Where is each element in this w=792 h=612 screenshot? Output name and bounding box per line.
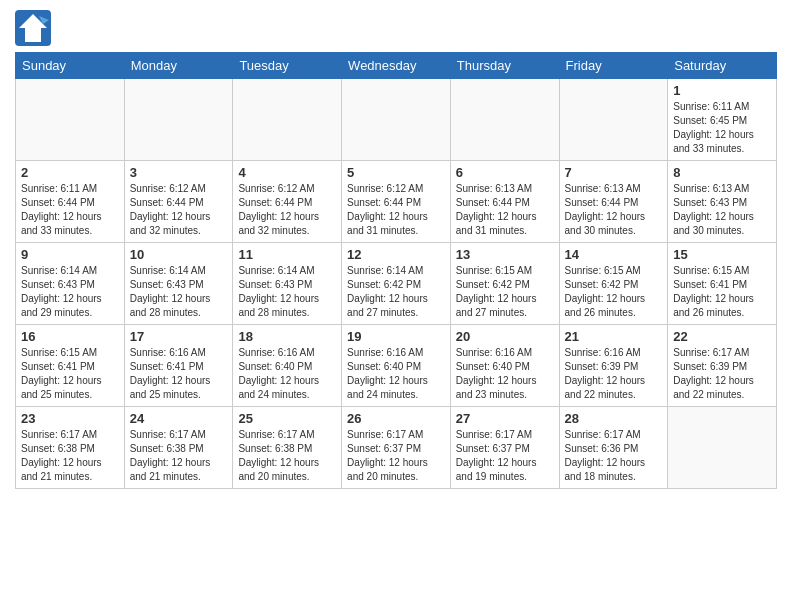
day-number: 1 <box>673 83 771 98</box>
day-number: 7 <box>565 165 663 180</box>
day-number: 2 <box>21 165 119 180</box>
calendar-cell: 16Sunrise: 6:15 AM Sunset: 6:41 PM Dayli… <box>16 325 125 407</box>
calendar-cell <box>233 79 342 161</box>
day-number: 9 <box>21 247 119 262</box>
calendar-cell: 26Sunrise: 6:17 AM Sunset: 6:37 PM Dayli… <box>342 407 451 489</box>
day-info: Sunrise: 6:16 AM Sunset: 6:39 PM Dayligh… <box>565 346 663 402</box>
weekday-header-saturday: Saturday <box>668 53 777 79</box>
day-info: Sunrise: 6:15 AM Sunset: 6:42 PM Dayligh… <box>456 264 554 320</box>
day-number: 3 <box>130 165 228 180</box>
day-info: Sunrise: 6:13 AM Sunset: 6:44 PM Dayligh… <box>456 182 554 238</box>
day-info: Sunrise: 6:17 AM Sunset: 6:36 PM Dayligh… <box>565 428 663 484</box>
day-info: Sunrise: 6:12 AM Sunset: 6:44 PM Dayligh… <box>238 182 336 238</box>
calendar-cell: 12Sunrise: 6:14 AM Sunset: 6:42 PM Dayli… <box>342 243 451 325</box>
calendar-cell: 19Sunrise: 6:16 AM Sunset: 6:40 PM Dayli… <box>342 325 451 407</box>
day-number: 11 <box>238 247 336 262</box>
day-info: Sunrise: 6:12 AM Sunset: 6:44 PM Dayligh… <box>130 182 228 238</box>
calendar-cell: 17Sunrise: 6:16 AM Sunset: 6:41 PM Dayli… <box>124 325 233 407</box>
day-info: Sunrise: 6:15 AM Sunset: 6:42 PM Dayligh… <box>565 264 663 320</box>
day-info: Sunrise: 6:15 AM Sunset: 6:41 PM Dayligh… <box>673 264 771 320</box>
calendar-cell: 6Sunrise: 6:13 AM Sunset: 6:44 PM Daylig… <box>450 161 559 243</box>
day-number: 12 <box>347 247 445 262</box>
day-number: 4 <box>238 165 336 180</box>
calendar-cell: 2Sunrise: 6:11 AM Sunset: 6:44 PM Daylig… <box>16 161 125 243</box>
day-info: Sunrise: 6:14 AM Sunset: 6:43 PM Dayligh… <box>238 264 336 320</box>
calendar-table: SundayMondayTuesdayWednesdayThursdayFrid… <box>15 52 777 489</box>
calendar-cell <box>124 79 233 161</box>
day-info: Sunrise: 6:17 AM Sunset: 6:37 PM Dayligh… <box>456 428 554 484</box>
calendar-cell: 5Sunrise: 6:12 AM Sunset: 6:44 PM Daylig… <box>342 161 451 243</box>
calendar-week-2: 2Sunrise: 6:11 AM Sunset: 6:44 PM Daylig… <box>16 161 777 243</box>
day-info: Sunrise: 6:11 AM Sunset: 6:45 PM Dayligh… <box>673 100 771 156</box>
calendar-week-3: 9Sunrise: 6:14 AM Sunset: 6:43 PM Daylig… <box>16 243 777 325</box>
calendar-cell: 3Sunrise: 6:12 AM Sunset: 6:44 PM Daylig… <box>124 161 233 243</box>
calendar-cell <box>342 79 451 161</box>
logo <box>15 10 54 46</box>
calendar-cell: 28Sunrise: 6:17 AM Sunset: 6:36 PM Dayli… <box>559 407 668 489</box>
day-number: 14 <box>565 247 663 262</box>
calendar-week-5: 23Sunrise: 6:17 AM Sunset: 6:38 PM Dayli… <box>16 407 777 489</box>
day-info: Sunrise: 6:14 AM Sunset: 6:43 PM Dayligh… <box>130 264 228 320</box>
day-info: Sunrise: 6:11 AM Sunset: 6:44 PM Dayligh… <box>21 182 119 238</box>
calendar-week-1: 1Sunrise: 6:11 AM Sunset: 6:45 PM Daylig… <box>16 79 777 161</box>
day-number: 17 <box>130 329 228 344</box>
calendar-cell <box>559 79 668 161</box>
day-info: Sunrise: 6:17 AM Sunset: 6:39 PM Dayligh… <box>673 346 771 402</box>
day-number: 22 <box>673 329 771 344</box>
day-number: 25 <box>238 411 336 426</box>
weekday-header-thursday: Thursday <box>450 53 559 79</box>
logo-icon <box>15 10 51 46</box>
day-number: 21 <box>565 329 663 344</box>
header <box>15 10 777 46</box>
day-number: 23 <box>21 411 119 426</box>
calendar-week-4: 16Sunrise: 6:15 AM Sunset: 6:41 PM Dayli… <box>16 325 777 407</box>
calendar-cell: 13Sunrise: 6:15 AM Sunset: 6:42 PM Dayli… <box>450 243 559 325</box>
day-number: 16 <box>21 329 119 344</box>
calendar-cell: 21Sunrise: 6:16 AM Sunset: 6:39 PM Dayli… <box>559 325 668 407</box>
day-number: 19 <box>347 329 445 344</box>
day-info: Sunrise: 6:14 AM Sunset: 6:42 PM Dayligh… <box>347 264 445 320</box>
day-info: Sunrise: 6:16 AM Sunset: 6:40 PM Dayligh… <box>456 346 554 402</box>
day-number: 6 <box>456 165 554 180</box>
calendar-cell <box>16 79 125 161</box>
weekday-header-sunday: Sunday <box>16 53 125 79</box>
calendar-cell: 23Sunrise: 6:17 AM Sunset: 6:38 PM Dayli… <box>16 407 125 489</box>
calendar-cell: 8Sunrise: 6:13 AM Sunset: 6:43 PM Daylig… <box>668 161 777 243</box>
day-info: Sunrise: 6:12 AM Sunset: 6:44 PM Dayligh… <box>347 182 445 238</box>
weekday-header-tuesday: Tuesday <box>233 53 342 79</box>
calendar-cell: 27Sunrise: 6:17 AM Sunset: 6:37 PM Dayli… <box>450 407 559 489</box>
day-number: 10 <box>130 247 228 262</box>
day-number: 24 <box>130 411 228 426</box>
calendar-cell <box>668 407 777 489</box>
calendar-cell: 4Sunrise: 6:12 AM Sunset: 6:44 PM Daylig… <box>233 161 342 243</box>
day-info: Sunrise: 6:13 AM Sunset: 6:43 PM Dayligh… <box>673 182 771 238</box>
calendar-cell: 10Sunrise: 6:14 AM Sunset: 6:43 PM Dayli… <box>124 243 233 325</box>
day-info: Sunrise: 6:16 AM Sunset: 6:40 PM Dayligh… <box>347 346 445 402</box>
calendar-cell: 7Sunrise: 6:13 AM Sunset: 6:44 PM Daylig… <box>559 161 668 243</box>
day-number: 8 <box>673 165 771 180</box>
day-info: Sunrise: 6:15 AM Sunset: 6:41 PM Dayligh… <box>21 346 119 402</box>
day-number: 28 <box>565 411 663 426</box>
weekday-header-wednesday: Wednesday <box>342 53 451 79</box>
calendar-cell: 25Sunrise: 6:17 AM Sunset: 6:38 PM Dayli… <box>233 407 342 489</box>
day-info: Sunrise: 6:16 AM Sunset: 6:40 PM Dayligh… <box>238 346 336 402</box>
calendar-cell: 22Sunrise: 6:17 AM Sunset: 6:39 PM Dayli… <box>668 325 777 407</box>
day-info: Sunrise: 6:13 AM Sunset: 6:44 PM Dayligh… <box>565 182 663 238</box>
day-number: 20 <box>456 329 554 344</box>
day-number: 15 <box>673 247 771 262</box>
day-info: Sunrise: 6:17 AM Sunset: 6:38 PM Dayligh… <box>238 428 336 484</box>
day-number: 13 <box>456 247 554 262</box>
calendar-cell <box>450 79 559 161</box>
day-info: Sunrise: 6:16 AM Sunset: 6:41 PM Dayligh… <box>130 346 228 402</box>
weekday-header-friday: Friday <box>559 53 668 79</box>
day-info: Sunrise: 6:17 AM Sunset: 6:38 PM Dayligh… <box>130 428 228 484</box>
calendar-cell: 20Sunrise: 6:16 AM Sunset: 6:40 PM Dayli… <box>450 325 559 407</box>
page-container: SundayMondayTuesdayWednesdayThursdayFrid… <box>0 0 792 499</box>
calendar-cell: 9Sunrise: 6:14 AM Sunset: 6:43 PM Daylig… <box>16 243 125 325</box>
day-number: 27 <box>456 411 554 426</box>
day-number: 5 <box>347 165 445 180</box>
day-info: Sunrise: 6:17 AM Sunset: 6:37 PM Dayligh… <box>347 428 445 484</box>
day-number: 18 <box>238 329 336 344</box>
calendar-cell: 18Sunrise: 6:16 AM Sunset: 6:40 PM Dayli… <box>233 325 342 407</box>
calendar-header-row: SundayMondayTuesdayWednesdayThursdayFrid… <box>16 53 777 79</box>
